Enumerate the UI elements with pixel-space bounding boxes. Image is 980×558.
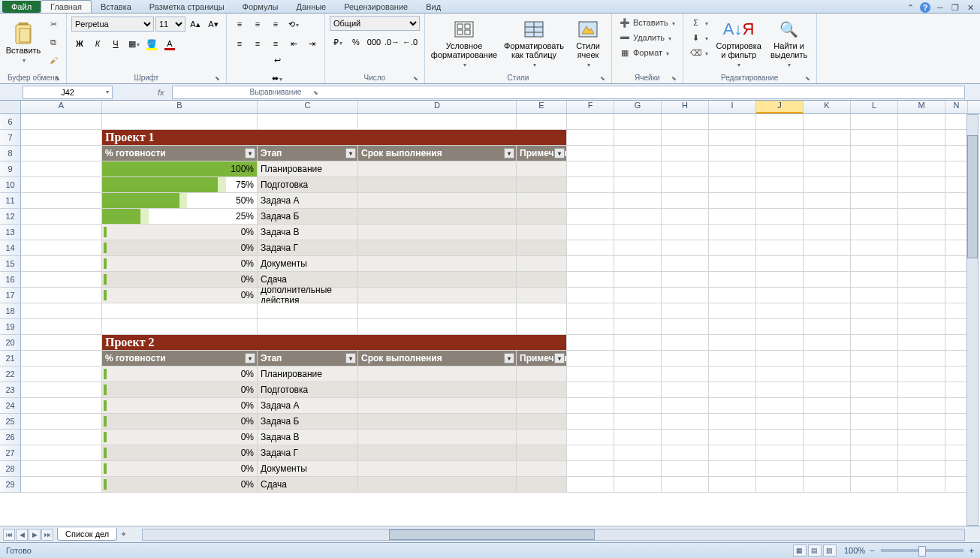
cell[interactable] xyxy=(662,272,709,288)
notes-cell[interactable] xyxy=(517,225,567,240)
cell[interactable] xyxy=(804,430,851,445)
cell[interactable] xyxy=(567,445,614,461)
cell[interactable] xyxy=(709,256,756,272)
cell[interactable] xyxy=(21,272,102,288)
cell[interactable] xyxy=(567,382,614,398)
delete-cells-button[interactable]: ➖Удалить xyxy=(617,31,678,44)
cell[interactable] xyxy=(662,382,709,398)
cell[interactable] xyxy=(662,256,709,272)
cell[interactable] xyxy=(898,240,945,256)
cell[interactable] xyxy=(945,335,968,351)
row-header[interactable]: 9 xyxy=(0,161,21,177)
pct-cell[interactable]: 0% xyxy=(102,256,258,272)
notes-cell[interactable] xyxy=(517,477,567,493)
notes-cell[interactable] xyxy=(517,272,567,288)
stage-cell[interactable]: Сдача xyxy=(258,272,358,288)
cell[interactable] xyxy=(898,461,945,477)
cell[interactable] xyxy=(662,146,709,161)
cell[interactable] xyxy=(898,177,945,193)
filter-button[interactable]: ▾ xyxy=(345,148,356,158)
cell[interactable] xyxy=(662,225,709,240)
cell[interactable] xyxy=(614,351,662,366)
column-header-A[interactable]: A xyxy=(21,101,102,113)
orientation-button[interactable]: ⟲ xyxy=(285,16,302,32)
cell[interactable] xyxy=(567,335,614,351)
cell[interactable] xyxy=(567,477,614,493)
cell[interactable] xyxy=(662,130,709,146)
cell[interactable] xyxy=(102,319,258,335)
cell[interactable] xyxy=(567,256,614,272)
row-header[interactable]: 11 xyxy=(0,193,21,209)
view-page-layout-button[interactable]: ▤ xyxy=(808,544,822,556)
cell[interactable] xyxy=(614,303,662,319)
cell[interactable] xyxy=(709,319,756,335)
cell[interactable] xyxy=(851,240,898,256)
cell[interactable] xyxy=(709,193,756,209)
due-cell[interactable] xyxy=(358,461,517,477)
column-header-G[interactable]: G xyxy=(614,101,662,113)
cell[interactable] xyxy=(102,303,258,319)
cell[interactable] xyxy=(567,288,614,303)
cell[interactable] xyxy=(21,256,102,272)
stage-cell[interactable]: Задача А xyxy=(258,193,358,209)
column-header-L[interactable]: L xyxy=(851,101,898,113)
notes-cell[interactable] xyxy=(517,161,567,177)
pct-cell[interactable]: 0% xyxy=(102,414,258,430)
stage-cell[interactable]: Задача А xyxy=(258,398,358,414)
font-size-select[interactable]: 11 xyxy=(155,17,185,32)
minimize-icon[interactable]: ─ xyxy=(935,2,945,13)
cell[interactable] xyxy=(258,319,358,335)
cell[interactable] xyxy=(258,303,358,319)
row-header[interactable]: 16 xyxy=(0,272,21,288)
column-header-I[interactable]: I xyxy=(709,101,756,113)
tab-view[interactable]: Вид xyxy=(417,1,450,13)
cell[interactable] xyxy=(709,130,756,146)
cell[interactable] xyxy=(804,445,851,461)
due-cell[interactable] xyxy=(358,430,517,445)
cell[interactable] xyxy=(898,161,945,177)
cell[interactable] xyxy=(756,225,804,240)
pct-cell[interactable]: 0% xyxy=(102,366,258,382)
cell[interactable] xyxy=(756,114,804,130)
cell[interactable] xyxy=(898,335,945,351)
column-header-E[interactable]: E xyxy=(517,101,567,113)
cell[interactable] xyxy=(804,351,851,366)
cell[interactable] xyxy=(756,461,804,477)
notes-cell[interactable] xyxy=(517,366,567,382)
pct-cell[interactable]: 25% xyxy=(102,209,258,225)
cell[interactable] xyxy=(567,398,614,414)
cell[interactable] xyxy=(851,445,898,461)
cell[interactable] xyxy=(102,114,258,130)
sheet-nav-first[interactable]: ⏮ xyxy=(3,529,15,541)
cell[interactable] xyxy=(21,225,102,240)
zoom-in-button[interactable]: + xyxy=(969,546,974,555)
cell[interactable] xyxy=(662,477,709,493)
cell[interactable] xyxy=(709,177,756,193)
cell[interactable] xyxy=(614,177,662,193)
cell[interactable] xyxy=(945,130,968,146)
due-cell[interactable] xyxy=(358,445,517,461)
zoom-out-button[interactable]: − xyxy=(870,546,874,555)
tab-insert[interactable]: Вставка xyxy=(92,1,140,13)
cell[interactable] xyxy=(358,114,517,130)
cell[interactable] xyxy=(851,303,898,319)
pct-cell[interactable]: 0% xyxy=(102,461,258,477)
cell[interactable] xyxy=(662,351,709,366)
cell[interactable] xyxy=(756,256,804,272)
cell[interactable] xyxy=(804,209,851,225)
cell[interactable] xyxy=(898,445,945,461)
cell[interactable] xyxy=(945,288,968,303)
due-cell[interactable] xyxy=(358,209,517,225)
column-header-F[interactable]: F xyxy=(567,101,614,113)
merge-center-button[interactable]: ⬌ xyxy=(234,70,320,86)
cell[interactable] xyxy=(614,414,662,430)
cell[interactable] xyxy=(756,445,804,461)
row-header[interactable]: 15 xyxy=(0,256,21,272)
due-cell[interactable] xyxy=(358,256,517,272)
cell[interactable] xyxy=(851,272,898,288)
row-header[interactable]: 19 xyxy=(0,319,21,335)
align-bottom-button[interactable]: ≡ xyxy=(267,16,284,32)
horizontal-scrollbar[interactable] xyxy=(142,529,965,541)
cell[interactable] xyxy=(709,146,756,161)
cell[interactable] xyxy=(851,430,898,445)
